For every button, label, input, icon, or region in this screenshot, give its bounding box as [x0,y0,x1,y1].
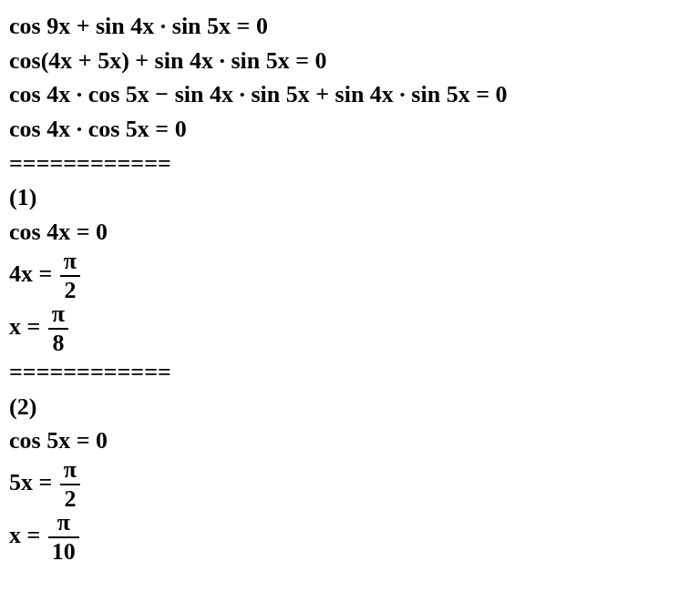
case1-step-lhs: 4x = [9,260,52,287]
case1-solution: x = π 8 [9,302,691,355]
fraction-denominator: 8 [48,330,68,355]
case2-step: 5x = π 2 [9,458,691,511]
equation-line-1: cos 9x + sin 4x · sin 5x = 0 [9,9,691,44]
case2-step-lhs: 5x = [9,469,52,495]
divider-1: ============ [9,147,691,181]
case2-sol-lhs: x = [9,522,40,548]
fraction-pi-over-2: π 2 [60,250,80,302]
fraction-pi-over-2: π 2 [60,458,80,511]
case2-equation: cos 5x = 0 [9,424,691,458]
fraction-numerator: π [60,250,80,277]
fraction-denominator: 2 [60,485,80,511]
fraction-numerator: π [60,458,80,485]
case1-step: 4x = π 2 [9,250,691,302]
equation-line-2: cos(4x + 5x) + sin 4x · sin 5x = 0 [9,44,691,78]
case2-label: (2) [9,390,691,424]
fraction-denominator: 10 [48,538,79,564]
fraction-pi-over-8: π 8 [48,302,68,355]
case2-solution: x = π 10 [9,511,691,564]
divider-2: ============ [9,355,691,390]
equation-line-3: cos 4x · cos 5x − sin 4x · sin 5x + sin … [9,77,691,112]
fraction-pi-over-10: π 10 [48,511,79,564]
case1-label: (1) [9,180,691,215]
fraction-denominator: 2 [60,277,80,302]
fraction-numerator: π [48,511,79,538]
fraction-numerator: π [48,302,68,330]
equation-line-4: cos 4x · cos 5x = 0 [9,112,691,147]
case1-sol-lhs: x = [9,313,40,340]
case1-equation: cos 4x = 0 [9,215,691,250]
